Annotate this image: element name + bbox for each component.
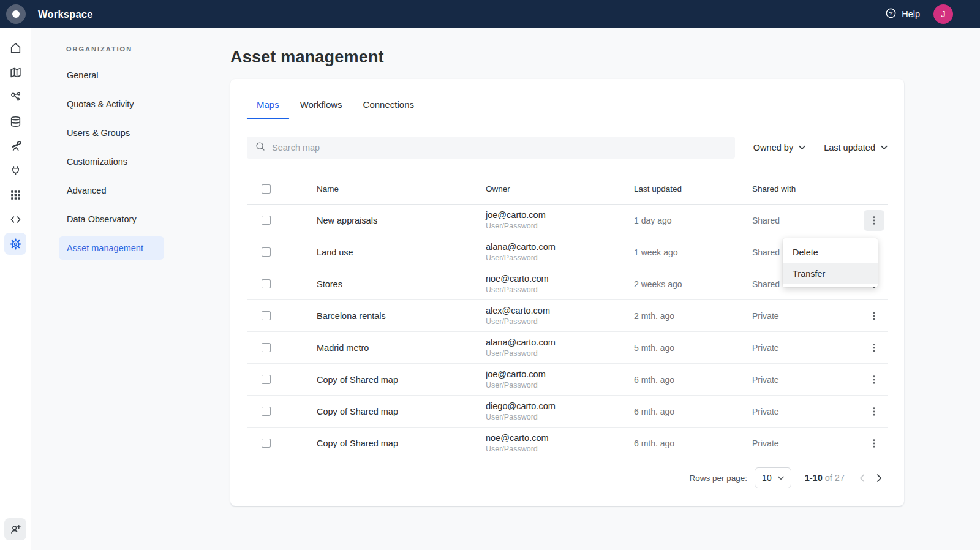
sidebar-item-asset-management[interactable]: Asset management	[59, 236, 164, 260]
person-add-icon	[9, 523, 22, 536]
row-checkbox[interactable]	[262, 407, 271, 416]
sidebar-menu: General Quotas & Activity Users & Groups…	[59, 64, 221, 260]
owner-email: diego@carto.com	[486, 401, 634, 412]
table-row: Copy of Shared map diego@carto.com User/…	[247, 396, 888, 428]
select-all-checkbox[interactable]	[262, 184, 271, 194]
invite-user-button[interactable]	[4, 518, 26, 540]
row-checkbox[interactable]	[262, 375, 271, 384]
rail-item-developers[interactable]	[4, 208, 26, 230]
search-map-field[interactable]	[247, 137, 735, 159]
rail-item-connections[interactable]	[4, 159, 26, 181]
row-menu-button[interactable]	[864, 369, 884, 390]
last-updated-value: 6 mth. ago	[634, 439, 752, 448]
row-checkbox[interactable]	[262, 343, 271, 352]
kebab-menu-icon	[869, 215, 880, 226]
owner-email: noe@carto.com	[486, 273, 634, 285]
rail-item-home[interactable]	[4, 37, 26, 59]
last-updated-label: Last updated	[824, 143, 875, 153]
help-label: Help	[902, 9, 920, 19]
owner-cell: alana@carto.com User/Password	[486, 241, 634, 263]
workspace-logo-icon[interactable]	[6, 4, 26, 24]
chevron-down-icon	[881, 145, 888, 150]
asset-tabs: Maps Workflows Connections	[230, 79, 904, 119]
help-button[interactable]: ? Help	[885, 7, 920, 21]
kebab-menu-icon	[869, 374, 880, 385]
row-checkbox[interactable]	[262, 216, 271, 225]
page-range-total: of 27	[825, 473, 845, 483]
rail-item-maps[interactable]	[4, 61, 26, 83]
search-input[interactable]	[272, 143, 727, 153]
owner-auth-method: User/Password	[486, 444, 634, 454]
plug-icon	[9, 164, 22, 177]
home-icon	[9, 42, 22, 55]
icon-rail	[0, 28, 31, 550]
last-updated-value: 1 day ago	[634, 216, 752, 225]
shared-with-value: Shared	[752, 216, 861, 225]
rows-per-page-select[interactable]: 10	[755, 467, 791, 488]
code-icon	[9, 213, 22, 226]
next-page-button[interactable]	[870, 469, 888, 486]
database-icon	[9, 115, 22, 128]
menu-item-delete[interactable]: Delete	[783, 241, 878, 263]
last-updated-filter[interactable]: Last updated	[824, 143, 888, 153]
app-title: Workspace	[38, 9, 93, 20]
owner-cell: alex@carto.com User/Password	[486, 305, 634, 326]
owner-cell: noe@carto.com User/Password	[486, 432, 634, 454]
owner-email: alana@carto.com	[486, 241, 634, 253]
map-name: Copy of Shared map	[317, 439, 486, 448]
row-menu-button[interactable]	[864, 433, 884, 454]
maps-table: Name Owner Last updated Shared with New …	[247, 174, 888, 459]
map-name: New appraisals	[317, 216, 486, 225]
previous-page-button[interactable]	[853, 469, 870, 486]
owner-auth-method: User/Password	[486, 221, 634, 231]
owner-email: alana@carto.com	[486, 337, 634, 348]
rail-item-settings[interactable]	[4, 233, 26, 255]
row-menu-button[interactable]	[864, 401, 884, 422]
row-menu-button[interactable]	[864, 306, 884, 326]
rail-item-data-observatory[interactable]	[4, 135, 26, 157]
sidebar-item-customizations[interactable]: Customizations	[59, 150, 164, 173]
settings-sidebar: ORGANIZATION General Quotas & Activity U…	[31, 28, 221, 550]
owner-email: noe@carto.com	[486, 432, 634, 444]
shared-with-value: Private	[752, 375, 861, 385]
apps-grid-icon	[9, 189, 22, 202]
table-row: New appraisals joe@carto.com User/Passwo…	[247, 205, 888, 236]
sidebar-section-title: ORGANIZATION	[66, 45, 221, 53]
rail-item-workflows[interactable]	[4, 86, 26, 108]
rail-item-applications[interactable]	[4, 184, 26, 206]
owned-by-filter[interactable]: Owned by	[753, 143, 805, 153]
row-menu-button[interactable]	[864, 337, 884, 358]
sidebar-item-general[interactable]: General	[59, 64, 164, 87]
last-updated-value: 1 week ago	[634, 247, 752, 257]
row-checkbox[interactable]	[262, 279, 271, 288]
rows-per-page-value: 10	[762, 473, 772, 483]
sidebar-item-users-groups[interactable]: Users & Groups	[59, 121, 164, 145]
tab-maps[interactable]: Maps	[247, 99, 289, 119]
search-icon	[255, 141, 266, 154]
user-avatar[interactable]: J	[933, 4, 953, 24]
row-menu-button[interactable]	[864, 210, 884, 231]
workspace-app: Workspace ? Help J	[0, 0, 980, 550]
table-header-row: Name Owner Last updated Shared with	[247, 174, 888, 205]
tab-connections[interactable]: Connections	[353, 99, 424, 119]
row-checkbox[interactable]	[262, 439, 271, 448]
chevron-left-icon	[859, 474, 865, 482]
sidebar-item-data-observatory[interactable]: Data Observatory	[59, 208, 164, 231]
owner-auth-method: User/Password	[486, 380, 634, 390]
main-content: Asset management Maps Workflows Connecti…	[221, 28, 980, 550]
asset-management-card: Maps Workflows Connections	[230, 79, 904, 506]
rail-item-data-explorer[interactable]	[4, 110, 26, 132]
kebab-menu-icon	[869, 438, 880, 449]
tab-workflows[interactable]: Workflows	[290, 99, 352, 119]
map-name: Madrid metro	[317, 343, 486, 353]
owner-auth-method: User/Password	[486, 317, 634, 326]
sidebar-item-quotas-activity[interactable]: Quotas & Activity	[59, 92, 164, 116]
shared-with-value: Private	[752, 343, 861, 353]
menu-item-transfer[interactable]: Transfer	[783, 263, 878, 284]
sidebar-item-advanced[interactable]: Advanced	[59, 179, 164, 202]
chevron-down-icon	[778, 476, 784, 480]
shared-with-value: Private	[752, 439, 861, 448]
row-checkbox[interactable]	[262, 311, 271, 320]
table-row: Barcelona rentals alex@carto.com User/Pa…	[247, 300, 888, 332]
row-checkbox[interactable]	[262, 247, 271, 257]
